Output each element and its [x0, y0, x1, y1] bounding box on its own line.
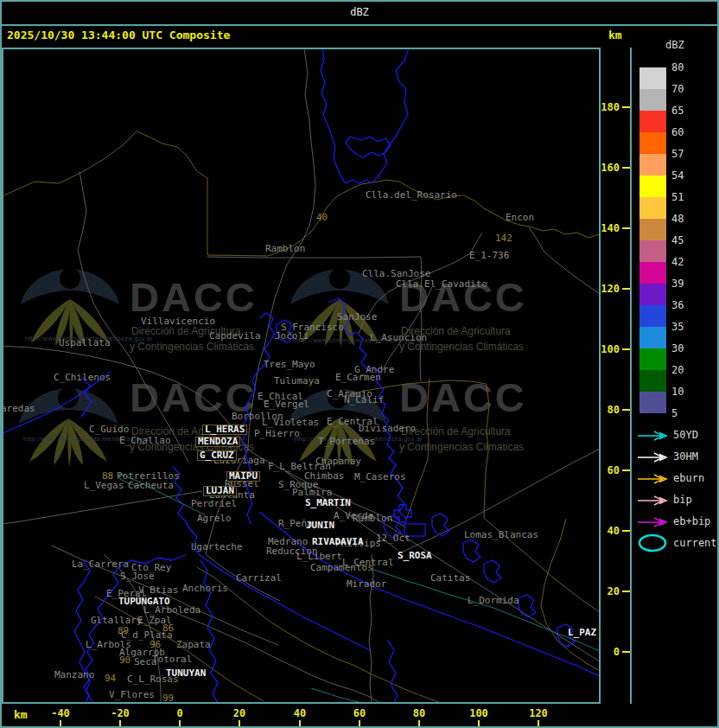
map-label: Totoral: [152, 655, 192, 664]
city-label: TUNUYAN: [166, 669, 206, 678]
map-label: Villavicencio: [141, 317, 215, 326]
map-label: Capdevila: [209, 332, 261, 341]
map-label: SanJose: [337, 313, 377, 322]
timestamp: 2025/10/30 13:44:00 UTC Composite: [7, 29, 230, 42]
map-label: Ugarteche: [191, 543, 243, 552]
map-label: Campamentos: [310, 564, 373, 572]
city-label: L_HERAS: [202, 425, 247, 435]
road-number-label: 88: [102, 472, 113, 481]
map-label: Mirador: [347, 580, 386, 589]
x-tick: [60, 720, 61, 726]
colorbar-value-label: 36: [671, 299, 684, 311]
map-label: L_Arboleda: [143, 606, 200, 615]
map-label: Cacheuta: [128, 482, 174, 490]
map-label: Ramblon: [265, 245, 305, 253]
map-label: La_Carrera: [72, 560, 129, 569]
map-label: E_Carmen: [335, 374, 381, 382]
map-label: Lomas_Blancas: [464, 531, 538, 540]
map-label: Gltallary: [91, 616, 143, 625]
colorbar-value-label: 20: [671, 364, 684, 376]
colorbar-value-label: 35: [671, 321, 684, 333]
y-tick: [622, 227, 630, 229]
colorbar-block: [639, 197, 666, 219]
map-label: Anchoris: [182, 584, 228, 593]
city-label: L_PAZ: [568, 629, 596, 637]
city-label: LUJAN: [203, 486, 237, 496]
map-label: E_Challao: [119, 437, 171, 445]
colorbar-block: [639, 348, 666, 370]
colorbar-value-label: 48: [671, 213, 684, 225]
colorbar-value-label: 39: [671, 278, 684, 290]
map-label: M_Caseros: [354, 473, 406, 482]
colorbar-value-label: 30: [671, 342, 684, 354]
map-canvas: DACCDirección de Agriculturay Contingenc…: [2, 48, 600, 703]
colorbar-value-label: 57: [671, 148, 684, 160]
colorbar-block: [639, 219, 666, 240]
y-axis-unit: km: [608, 29, 622, 42]
30HM-arrow-icon: [637, 450, 670, 467]
map-label: P_Hierro: [254, 430, 300, 438]
map-label: Manzano: [54, 671, 94, 680]
road-number-label: 40: [316, 214, 328, 222]
x-tick-label: 120: [519, 707, 557, 719]
colorbar-value-label: 51: [671, 191, 684, 203]
city-label: RIVADAVIA: [312, 538, 364, 546]
map-label: Clla.SanJose: [362, 270, 430, 278]
y-tick: [622, 288, 630, 290]
colorbar-value-label: 54: [671, 169, 684, 182]
map-label: T_Porteñas: [318, 437, 375, 446]
city-label: TUPUNGATO: [118, 597, 170, 606]
map-label: C_Guido: [89, 425, 129, 434]
colorbar-block: [639, 67, 666, 89]
road-number-label: 86: [162, 624, 174, 633]
legend-label: 50YD: [673, 429, 698, 441]
legend-label: bip: [673, 494, 692, 506]
colorbar-block: [639, 370, 666, 392]
y-tick: [622, 409, 630, 411]
x-tick: [239, 720, 240, 726]
map-label: E_Vergel: [264, 400, 309, 409]
x-tick-label: 20: [220, 707, 258, 719]
y-tick: [622, 530, 630, 532]
colorbar-value-label: 80: [671, 61, 684, 73]
y-axis-line: [630, 48, 632, 704]
x-tick: [478, 720, 480, 726]
y-tick: [622, 348, 630, 350]
colorbar-block: [639, 327, 666, 348]
road-number-label: 89: [118, 627, 129, 635]
y-tick: [622, 591, 630, 592]
map-label: Uspallata: [59, 339, 111, 348]
colorbar-block: [639, 240, 666, 262]
legend-label: eb+bip: [673, 515, 710, 527]
x-tick-label: -20: [101, 707, 139, 719]
legend-label: 30HM: [673, 450, 698, 463]
bip-arrow-icon: [637, 494, 670, 510]
map-label: S_Jose: [120, 572, 155, 581]
current-storm-icon: [637, 533, 668, 557]
x-tick: [179, 720, 181, 726]
map-label: Perdriel: [191, 500, 237, 508]
x-tick: [538, 720, 539, 726]
colorbar-block: [639, 154, 666, 176]
map-label: V_Btias: [138, 586, 178, 595]
city-label: MAIPU: [226, 471, 260, 482]
eburn-arrow-icon: [637, 472, 670, 489]
x-tick-label: -40: [41, 707, 80, 719]
map-label: L_Dormida: [468, 597, 519, 605]
city-label: G_CRUZ: [197, 450, 237, 461]
map-label: aredas: [2, 405, 35, 413]
colorbar-block: [639, 132, 666, 154]
road-number-label: 94: [105, 674, 116, 683]
legend-label: current: [673, 537, 717, 549]
map-label: Clla.del_Rosario: [366, 191, 457, 200]
y-tick: [622, 106, 630, 108]
y-tick: [622, 469, 630, 471]
map-label: Palmira: [292, 489, 332, 497]
city-label: JUNIN: [306, 521, 334, 530]
x-tick-label: 60: [340, 707, 379, 719]
map-label: V_Flores: [109, 691, 155, 699]
map-label: Agrelo: [197, 514, 232, 523]
map-label: L_Asuncion: [370, 334, 427, 342]
x-tick-label: 40: [281, 707, 319, 719]
map-label: L_Vegas: [84, 482, 124, 490]
